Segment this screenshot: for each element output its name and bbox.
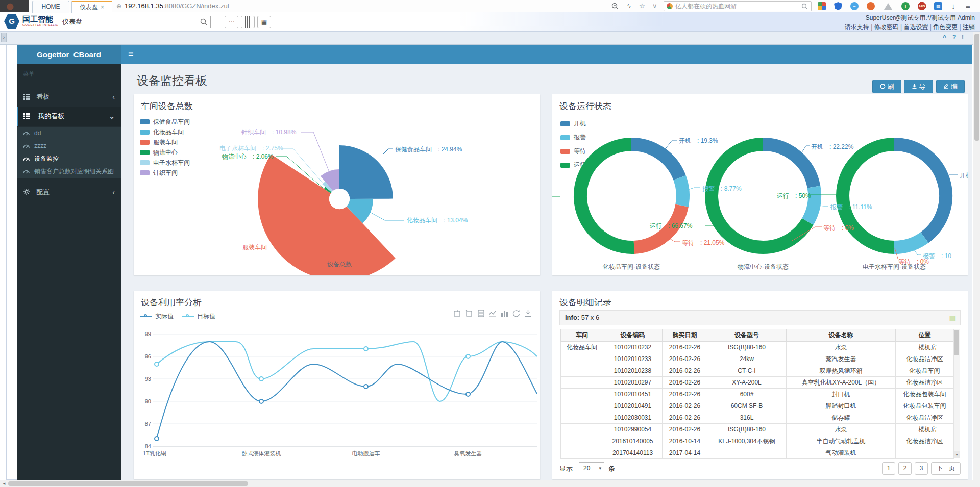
notice-icon[interactable]: ! [962, 34, 964, 41]
account-link[interactable]: 请求支持 [845, 23, 869, 31]
account-link[interactable]: 注销 [958, 23, 975, 31]
cell-location: 一楼机房 [896, 424, 954, 435]
sidebar-subitem[interactable]: zzzz [17, 140, 121, 152]
donut3-label-kaiji: 开机 [960, 171, 968, 180]
panel-expander[interactable]: › [1, 33, 7, 42]
url-bar[interactable]: 192.168.1.35:8080/GGZN/index.zul [125, 0, 229, 12]
url-security-icon[interactable]: ⊕ [116, 0, 121, 12]
table-scroll-down-icon[interactable]: ▾ [954, 451, 960, 458]
next-page-button[interactable]: 下一页 [931, 462, 961, 475]
cell-location: 化妆品包装车间 [896, 389, 954, 400]
table-row[interactable]: 10102010451 2016-02-26 600# 封口机 化妆品包装车间 [561, 389, 954, 400]
refresh-button[interactable]: 刷新 [872, 80, 901, 93]
browser-search-box[interactable]: 亿人都在砍的热血网游 [664, 1, 812, 11]
panel-utilization: 设备利用率分析 实际值 目标值 [134, 291, 540, 479]
browser-menu-icon[interactable]: ≡ [966, 0, 970, 12]
zoom-out-icon[interactable] [611, 3, 619, 10]
scrollbar-thumb[interactable] [8, 481, 248, 486]
table-row[interactable]: 10102990054 2016-02-26 ISG(B)80-160 水泵 一… [561, 424, 954, 435]
favorites-icon[interactable]: ☆ [639, 1, 645, 12]
sidebar-subitem[interactable]: 销售客户总数对应明细关系图 [17, 165, 121, 178]
page-size-select[interactable]: 20 ▾ [579, 462, 604, 474]
donut2-label-yunxing: 运行 : 50% [777, 192, 811, 200]
table-row[interactable]: 化妆品车间 10102010232 2016-02-26 ISG(B)80-16… [561, 342, 954, 353]
table-row[interactable]: 10102010297 2016-02-26 XY-A-200L 真空乳化机XY… [561, 377, 954, 389]
rose-pie-chart[interactable] [134, 94, 540, 275]
scroll-left-icon[interactable]: ◂ [1, 480, 7, 487]
sidebar-item-config[interactable]: 配置 ‹ [17, 183, 121, 202]
search-suggestion-text[interactable]: 亿人都在砍的热血网游 [675, 2, 737, 11]
table-row[interactable]: 201610140005 2016-10-14 KFJ-1000,304不锈钢 … [561, 435, 954, 447]
browser-extension-block-icon[interactable]: − [850, 2, 859, 10]
barcode-button[interactable] [241, 16, 255, 28]
app-search-icon[interactable] [200, 18, 208, 26]
table-row[interactable]: 10102010238 2016-02-26 CT-C-I 双扉热风循环箱 化妆… [561, 365, 954, 377]
page-button[interactable]: 3 [915, 462, 928, 475]
cell-device-name: 半自动气动轧盖机 [787, 435, 896, 447]
page-size-label: 显示 [559, 464, 573, 473]
tab-home[interactable]: HOME [32, 1, 69, 13]
sidebar-subitem[interactable]: dd [17, 127, 121, 140]
account-link[interactable]: 修改密码 [869, 23, 899, 31]
sidebar-toggle-icon[interactable]: ≡ [128, 48, 134, 59]
browser-extension-triangle-icon[interactable] [884, 3, 892, 10]
collapse-icon[interactable]: ^ [943, 34, 946, 41]
table-scrollbar[interactable]: ▾ [953, 329, 960, 458]
series-target-line[interactable] [157, 342, 537, 401]
slice-baojian[interactable] [339, 145, 393, 199]
rose-label-wuliu: 物流中心 : 2.06% [222, 152, 274, 161]
table-header-cell[interactable]: 购买日期 [663, 329, 707, 342]
quick-launch-icon[interactable]: ϟ [627, 1, 631, 12]
table-row[interactable]: 10102030031 2016-02-26 316L 储存罐 化妆品洁净区 [561, 412, 954, 424]
browser-extension-shield-icon[interactable] [834, 2, 842, 10]
donut-charts[interactable] [552, 94, 968, 275]
donut-cosmetics[interactable] [580, 144, 683, 247]
sidebar-subitem[interactable]: 设备监控 [17, 152, 121, 165]
page-horizontal-scrollbar[interactable]: ◂ [0, 480, 980, 487]
export-button[interactable]: 导出 [904, 80, 933, 93]
tab-dashboard[interactable]: 仪表盘× [71, 1, 112, 13]
table-header-cell[interactable]: 设备名称 [787, 329, 896, 342]
browser-extension-app-icon[interactable]: ▦ [934, 2, 942, 10]
table-header-cell[interactable]: 车间 [561, 329, 603, 342]
page-vertical-scrollbar[interactable] [973, 32, 980, 480]
actual-markers[interactable] [155, 385, 470, 441]
donut-cup[interactable] [843, 144, 946, 247]
browser-extension-hand-icon[interactable] [867, 2, 875, 10]
page-button[interactable]: 2 [898, 462, 912, 475]
table-row[interactable]: 201704140113 2017-04-14 气动灌装机 [561, 447, 954, 459]
donut2-label-dengdai: 等待 : 0% [823, 224, 854, 233]
more-options-button[interactable]: ⋯ [225, 16, 238, 28]
dropdown-caret-icon[interactable]: ∨ [652, 1, 657, 12]
table-header-cell[interactable]: 设备型号 [707, 329, 787, 342]
app-search-input[interactable] [58, 16, 211, 28]
account-link[interactable]: 首选设置 [899, 23, 928, 31]
dashboard-gauge-icon [23, 131, 30, 136]
page-button[interactable]: 1 [882, 462, 895, 475]
edit-button[interactable]: 编辑 [936, 80, 965, 93]
browser-extension-grid-icon[interactable] [818, 2, 826, 10]
cboard-brand[interactable]: Gogettor_CBoard [17, 45, 121, 64]
table-header-cell[interactable]: 位置 [896, 329, 954, 342]
info-value: 57 x 6 [581, 314, 599, 321]
search-icon[interactable] [801, 3, 808, 10]
table-row[interactable]: 10102010491 2016-02-26 60CM SF-B 脚踏封口机 化… [561, 400, 954, 412]
help-icon[interactable]: ? [952, 34, 956, 41]
account-link[interactable]: 角色变更 [928, 23, 958, 31]
sidebar-item-my-boards[interactable]: 我的看板 ⌄ [17, 107, 121, 126]
tab-close-icon[interactable]: × [101, 4, 104, 11]
browser-extension-abs-icon[interactable]: ABS [918, 2, 926, 10]
scrollbar-thumb[interactable] [974, 34, 979, 141]
table-export-icon[interactable]: ▦ [949, 311, 956, 325]
table-header-cell[interactable]: 设备编码 [603, 329, 663, 342]
cell-device-code: 201610140005 [603, 435, 663, 447]
downloads-icon[interactable]: ↓ [951, 0, 955, 12]
qr-code-button[interactable]: ▦ [257, 16, 271, 28]
sidebar-subitem-label: 销售客户总数对应明细关系图 [34, 168, 114, 175]
sidebar-item-boards[interactable]: 看板 ‹ [17, 87, 121, 107]
table-row[interactable]: 10102010233 2016-02-26 24kw 蒸汽发生器 化妆品洁净区 [561, 353, 954, 365]
cell-device-code: 10102010491 [603, 400, 663, 412]
table-scrollbar-thumb[interactable] [954, 330, 959, 355]
tab-home-label: HOME [42, 3, 60, 10]
browser-extension-t-icon[interactable]: T [901, 2, 910, 10]
